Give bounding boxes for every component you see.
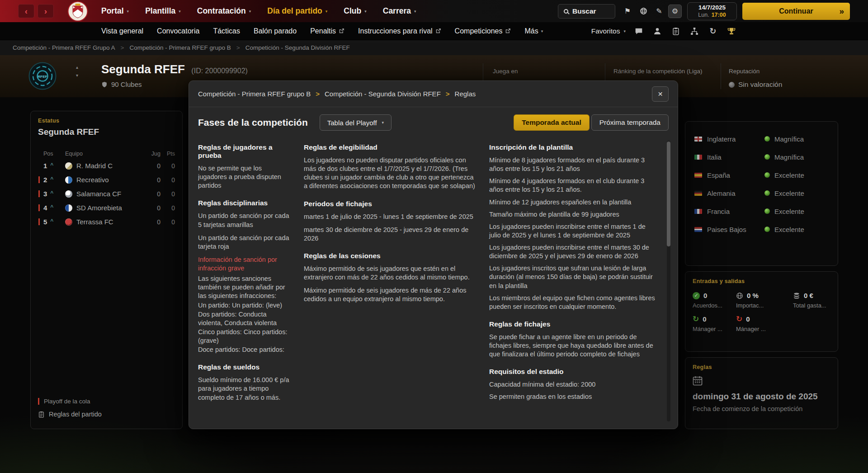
table-row[interactable]: 5^ Terrassa FC 0 0 [38,215,175,229]
breadcrumb-item[interactable]: Competición - Primera RFEF grupo B [198,90,311,98]
position-up-icon: ^ [50,176,53,182]
scrollbar[interactable] [667,141,670,421]
top-bar: ‹ › Portal▾ Plantilla▾ Contratación▾ Día… [0,0,868,22]
points: 0 [160,204,175,212]
tab-vista-general[interactable]: Vista general [101,27,143,35]
tab-convocatoria[interactable]: Convocatoria [157,27,199,35]
list-item[interactable]: Italia Magnífica [694,148,829,166]
date-value: 14/7/2025 [698,4,726,12]
rating-value: Excelente [774,189,804,197]
zone-legend-label: Playoff de la cola [44,398,90,405]
played: 0 [143,176,160,184]
tab-competiciones[interactable]: Competiciones [455,27,511,35]
table-row[interactable]: 4^ SD Amorebieta 0 0 [38,201,175,215]
tab-mas[interactable]: Más▾ [524,27,543,35]
team-crest-icon [65,218,72,226]
country-name: Alemania [707,189,736,197]
scrollbar-thumb[interactable] [667,142,670,246]
tab-instrucciones-rival[interactable]: Instrucciones para rival [358,27,441,35]
breadcrumb-item[interactable]: Reglas [455,90,476,98]
rule-text: Sueldo mínimo de 16.000 € p/a para jugad… [198,376,292,402]
rating-value: Excelente [774,208,804,215]
history-nav: ‹ › [18,4,54,18]
table-row[interactable]: 1^ R. Madrid C 0 0 [38,159,175,173]
list-item[interactable]: España Excelente [694,166,829,184]
stat-imports[interactable]: 0 % Importac... [736,292,793,309]
stat-spent[interactable]: 0 € Total gasta... [793,292,830,309]
breadcrumb-item[interactable]: Competición - Segunda División RFEF [245,44,350,51]
nations-panel: Inglaterra Magnífica Italia Magnífica Es… [685,121,838,266]
position: 5 [43,218,47,226]
date-display[interactable]: 14/7/2025 Lun.17:00 [687,2,737,20]
top-bar-right: Buscar ⚑ ✎ ⚙ 14/7/2025 Lun.17:00 Continu… [558,2,850,20]
menu-plantilla[interactable]: Plantilla▾ [145,6,181,16]
played: 0 [143,190,160,198]
section-title: Reglas de fichajes [489,320,658,328]
breadcrumb-item[interactable]: Competición - Primera RFEF grupo B [129,44,231,51]
list-item[interactable]: Paises Bajos Excelente [694,220,829,238]
tab-tacticas[interactable]: Tácticas [213,27,240,35]
day-label: Lun. [698,12,709,18]
table-row[interactable]: 2^ Recreativo 0 0 [38,173,175,187]
history-back-button[interactable]: ‹ [18,4,34,18]
played: 0 [143,218,160,226]
list-item[interactable]: Alemania Excelente [694,184,829,202]
menu-contratacion[interactable]: Contratación▾ [197,6,251,16]
tab-next-season[interactable]: Próxima temporada [591,114,669,131]
globe-icon[interactable] [637,5,650,18]
menu-dia-del-partido[interactable]: Día del partido▾ [267,6,327,16]
rule-text: Un partido de sanción por cada tarjeta r… [198,234,292,251]
list-item[interactable]: Inglaterra Magnífica [694,130,829,148]
collapse-up-icon[interactable]: ▴ [76,65,78,70]
tab-balon-parado[interactable]: Balón parado [254,27,297,35]
tab-label: Tácticas [213,27,240,35]
club-crest-icon[interactable] [67,1,88,22]
refresh-icon[interactable]: ↻ [708,26,718,37]
table-row[interactable]: 3^ Salamanca CF 0 0 [38,187,175,201]
tab-label: Instrucciones para rival [358,27,433,35]
rule-text: Un partido de sanción por cada 5 tarjeta… [198,212,292,229]
list-item[interactable]: Francia Excelente [694,202,829,220]
collapse-down-icon[interactable]: ▾ [76,73,78,78]
menu-carrera[interactable]: Carrera▾ [383,6,416,16]
sub-nav: Vista general Convocatoria Tácticas Baló… [0,22,868,40]
menu-portal[interactable]: Portal▾ [101,6,129,16]
stat-value: 0 % [747,292,759,299]
rule-text: Se permiten gradas en los estadios [489,393,658,401]
breadcrumb-item[interactable]: Competición - Segunda División RFEF [325,90,441,98]
competition-badge-icon[interactable]: RFEF [28,61,57,90]
close-button[interactable]: ✕ [652,86,669,102]
continue-button[interactable]: Continuar » [742,3,850,20]
stat-deals[interactable]: ✓0 Acuerdos... [693,292,736,309]
stat-manager-out[interactable]: ↻0 Mánager ... [736,315,830,332]
tab-penaltis[interactable]: Penaltis [310,27,344,35]
history-forward-button[interactable]: › [38,4,54,18]
main-menu: Portal▾ Plantilla▾ Contratación▾ Día del… [101,6,416,16]
team-name: SD Amorebieta [76,204,122,212]
competition-id: (ID: 2000099902) [191,67,248,75]
favorites-dropdown[interactable]: Favoritos▾ [591,27,626,35]
team-name: Terrassa FC [76,218,113,226]
clipboard-icon[interactable] [670,26,681,37]
position-up-icon: ^ [50,218,53,224]
network-icon[interactable] [689,26,700,37]
stat-manager-in[interactable]: ↻0 Mánager ... [693,315,736,332]
back-chevron-icon: ‹ [25,7,28,15]
plays-in-label: Juega en [493,68,518,75]
dialog-title: Fases de la competición [198,117,308,128]
chevron-down-icon: ▾ [623,29,626,33]
profile-icon[interactable] [652,26,663,37]
phase-dropdown[interactable]: Tabla del Playoff ▾ [320,114,392,131]
refresh-icon: ↻ [693,315,699,323]
match-rules-link[interactable]: Reglas del partido [38,411,175,418]
chat-icon[interactable] [633,26,644,37]
search-input[interactable]: Buscar [558,4,615,19]
pencil-icon[interactable]: ✎ [652,5,666,18]
breadcrumb-item[interactable]: Competición - Primera RFEF Grupo A [13,44,115,51]
menu-club[interactable]: Club▾ [344,6,366,16]
trophy-icon[interactable] [726,26,737,37]
gear-icon[interactable]: ⚙ [668,5,682,18]
flag-icon[interactable]: ⚑ [621,5,634,18]
tab-current-season[interactable]: Temporada actual [514,114,590,131]
reputation-value: Sin valoración [738,80,782,89]
